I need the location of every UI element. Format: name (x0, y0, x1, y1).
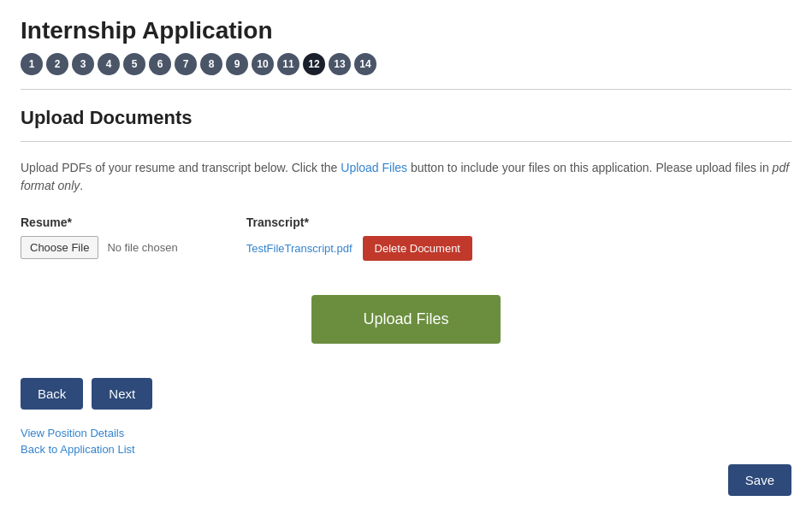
transcript-file-link[interactable]: TestFileTranscript.pdf (246, 242, 353, 255)
bottom-links: View Position Details Back to Applicatio… (21, 427, 791, 456)
step-circle-14[interactable]: 14 (354, 53, 376, 75)
upload-files-button[interactable]: Upload Files (311, 295, 500, 344)
resume-label: Resume* (21, 215, 178, 229)
section-title: Upload Documents (21, 107, 791, 129)
step-circle-3[interactable]: 3 (72, 53, 94, 75)
delete-document-button[interactable]: Delete Document (363, 236, 472, 261)
info-text-before: Upload PDFs of your resume and transcrip… (21, 161, 341, 174)
step-circle-9[interactable]: 9 (226, 53, 248, 75)
resume-field: Resume* Choose File No file chosen (21, 215, 178, 259)
upload-row: Resume* Choose File No file chosen Trans… (21, 215, 791, 261)
info-text: Upload PDFs of your resume and transcrip… (21, 159, 791, 195)
step-circle-7[interactable]: 7 (175, 53, 197, 75)
step-circle-5[interactable]: 5 (123, 53, 145, 75)
choose-file-button[interactable]: Choose File (21, 236, 98, 259)
step-circle-12[interactable]: 12 (303, 53, 325, 75)
resume-input-row: Choose File No file chosen (21, 236, 178, 259)
upload-files-link-text: Upload Files (341, 161, 407, 174)
next-button[interactable]: Next (92, 378, 152, 410)
back-to-application-list-link[interactable]: Back to Application List (21, 443, 791, 456)
step-circle-1[interactable]: 1 (21, 53, 43, 75)
transcript-label: Transcript* (246, 215, 472, 229)
transcript-field: Transcript* TestFileTranscript.pdf Delet… (246, 215, 472, 261)
no-file-text: No file chosen (107, 241, 177, 254)
info-text-end: . (80, 179, 83, 192)
step-circle-13[interactable]: 13 (329, 53, 351, 75)
info-text-after: button to include your files on this app… (407, 161, 773, 174)
save-button[interactable]: Save (728, 464, 791, 496)
step-circle-10[interactable]: 10 (252, 53, 274, 75)
transcript-row: TestFileTranscript.pdf Delete Document (246, 236, 472, 261)
section-divider (21, 89, 791, 90)
back-button[interactable]: Back (21, 378, 83, 410)
step-circle-2[interactable]: 2 (46, 53, 68, 75)
step-circle-8[interactable]: 8 (200, 53, 222, 75)
nav-buttons: Back Next (21, 378, 791, 410)
step-indicators: 1234567891011121314 (21, 53, 791, 75)
page-title: Internship Application (21, 17, 791, 44)
view-position-details-link[interactable]: View Position Details (21, 427, 791, 439)
upload-files-section: Upload Files (21, 295, 791, 344)
step-circle-6[interactable]: 6 (149, 53, 171, 75)
step-circle-4[interactable]: 4 (98, 53, 120, 75)
section-divider-2 (21, 141, 791, 142)
step-circle-11[interactable]: 11 (277, 53, 299, 75)
